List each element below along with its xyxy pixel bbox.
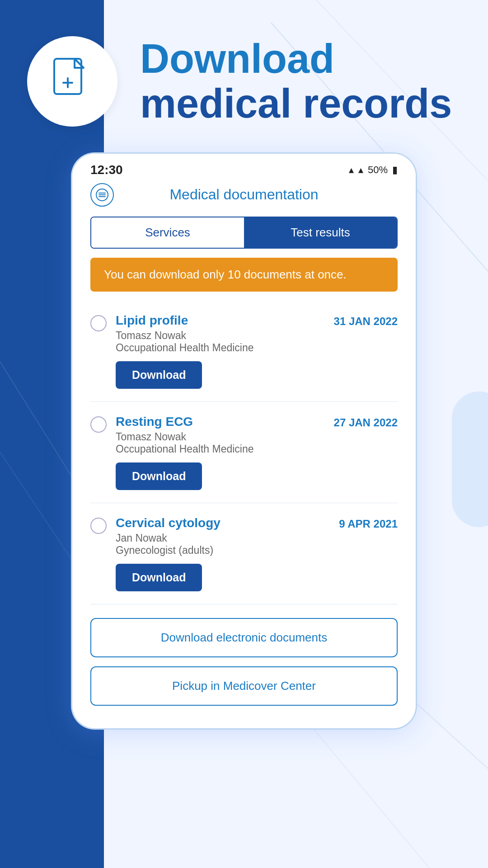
doc-select-radio-1[interactable] (90, 315, 107, 331)
doc-title-3: Cervical cytology (116, 516, 330, 530)
doc-item-header: Cervical cytology Jan Nowak Gynecologist… (90, 516, 398, 557)
table-row: Lipid profile Tomasz Nowak Occupational … (90, 301, 398, 402)
doc-info-3: Cervical cytology Jan Nowak Gynecologist… (116, 516, 330, 557)
doc-date-3: 9 APR 2021 (339, 518, 398, 530)
doc-date-1: 31 JAN 2022 (334, 315, 398, 328)
download-button-1[interactable]: Download (116, 361, 202, 389)
tabs-container: Services Test results (90, 217, 398, 249)
table-row: Cervical cytology Jan Nowak Gynecologist… (90, 503, 398, 604)
battery-icon: ▮ (392, 164, 398, 176)
signal-icon: ▴ (358, 164, 363, 176)
doc-select-radio-2[interactable] (90, 416, 107, 433)
doc-info-2: Resting ECG Tomasz Nowak Occupational He… (116, 415, 325, 455)
doc-doctor-3: Jan Nowak (116, 532, 330, 544)
hamburger-icon (96, 189, 108, 201)
status-icons: ▴ ▴ 50% ▮ (349, 164, 398, 176)
warning-banner: You can download only 10 documents at on… (90, 258, 398, 292)
doc-item-header: Lipid profile Tomasz Nowak Occupational … (90, 313, 398, 354)
status-bar: 12:30 ▴ ▴ 50% ▮ (72, 154, 416, 182)
doc-specialty-1: Occupational Health Medicine (116, 342, 325, 354)
phone-wrapper: 12:30 ▴ ▴ 50% ▮ Medical documentation (0, 154, 488, 764)
doc-title-1: Lipid profile (116, 313, 325, 328)
phone-mockup: 12:30 ▴ ▴ 50% ▮ Medical documentation (72, 154, 416, 728)
tab-test-results[interactable]: Test results (244, 217, 397, 248)
pickup-medicover-button[interactable]: Pickup in Medicover Center (90, 666, 398, 706)
wifi-icon: ▴ (349, 164, 354, 176)
doc-title-2: Resting ECG (116, 415, 325, 429)
doc-item-header: Resting ECG Tomasz Nowak Occupational He… (90, 415, 398, 455)
header-title-line1: Download (140, 37, 452, 81)
menu-button[interactable] (90, 183, 114, 207)
download-button-2[interactable]: Download (116, 462, 202, 490)
doc-specialty-3: Gynecologist (adults) (116, 544, 330, 557)
doc-specialty-2: Occupational Health Medicine (116, 443, 325, 455)
document-list: Lipid profile Tomasz Nowak Occupational … (72, 301, 416, 604)
status-time: 12:30 (90, 163, 123, 177)
doc-doctor-1: Tomasz Nowak (116, 330, 325, 342)
tab-services[interactable]: Services (91, 217, 244, 248)
download-electronic-button[interactable]: Download electronic documents (90, 618, 398, 657)
download-button-3[interactable]: Download (116, 564, 202, 591)
svg-rect-6 (54, 59, 81, 94)
decorative-bubble (452, 392, 488, 527)
app-title: Medical documentation (169, 186, 318, 203)
doc-select-radio-3[interactable] (90, 518, 107, 534)
doc-date-2: 27 JAN 2022 (334, 416, 398, 429)
table-row: Resting ECG Tomasz Nowak Occupational He… (90, 402, 398, 503)
header-text: Download medical records (140, 37, 452, 126)
header-section: Download medical records (0, 0, 488, 154)
battery-text: 50% (368, 164, 388, 176)
bottom-actions: Download electronic documents Pickup in … (72, 604, 416, 728)
app-header: Medical documentation (72, 182, 416, 212)
icon-circle (27, 36, 117, 127)
doc-info-1: Lipid profile Tomasz Nowak Occupational … (116, 313, 325, 354)
doc-doctor-2: Tomasz Nowak (116, 431, 325, 443)
medical-document-icon (50, 57, 95, 106)
header-title-line2: medical records (140, 81, 452, 126)
